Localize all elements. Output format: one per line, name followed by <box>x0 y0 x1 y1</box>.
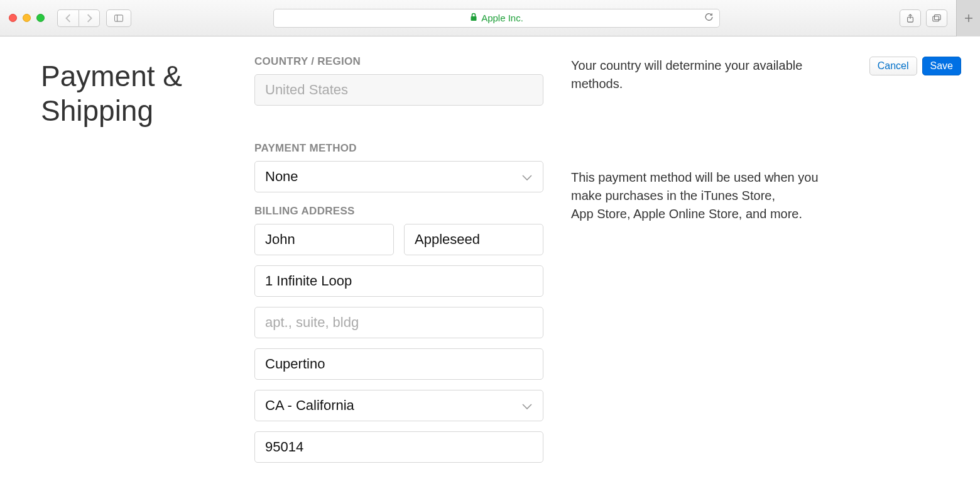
toolbar-right-group <box>900 9 947 27</box>
country-section-label: COUNTRY / REGION <box>254 55 543 68</box>
address-bar[interactable]: Apple Inc. <box>273 9 720 28</box>
chevron-down-icon <box>521 397 533 414</box>
cancel-button[interactable]: Cancel <box>869 57 917 75</box>
nav-back-forward-group <box>57 9 100 27</box>
sidebar-toggle-button[interactable] <box>106 9 131 27</box>
forward-button[interactable] <box>79 9 100 27</box>
zip-field[interactable]: 95014 <box>254 431 543 463</box>
payment-help-text: This payment method will be used when yo… <box>571 169 835 223</box>
help-column: Your country will determine your availab… <box>571 57 835 223</box>
state-select[interactable]: CA - California <box>254 390 543 421</box>
country-help-text: Your country will determine your availab… <box>571 57 835 93</box>
svg-rect-5 <box>933 16 939 21</box>
window-traffic-lights <box>9 14 45 22</box>
site-label: Apple Inc. <box>481 13 523 23</box>
chevron-down-icon <box>521 169 533 185</box>
svg-rect-0 <box>114 14 122 21</box>
country-value: United States <box>265 82 348 98</box>
svg-rect-6 <box>935 14 941 19</box>
first-name-field[interactable]: John <box>254 224 394 255</box>
payment-section-label: PAYMENT METHOD <box>254 142 543 155</box>
billing-section-label: BILLING ADDRESS <box>254 205 543 218</box>
form-column: COUNTRY / REGION United States PAYMENT M… <box>254 55 543 503</box>
browser-toolbar: Apple Inc. <box>0 0 980 36</box>
tabs-overview-button[interactable] <box>926 9 947 27</box>
share-button[interactable] <box>900 9 921 27</box>
city-field[interactable]: Cupertino <box>254 348 543 380</box>
save-button[interactable]: Save <box>922 57 961 75</box>
street-address-2-field[interactable]: apt., suite, bldg <box>254 307 543 338</box>
lock-icon <box>470 13 477 23</box>
page-title: Payment & Shipping <box>41 59 254 128</box>
country-field: United States <box>254 74 543 106</box>
left-column: Payment & Shipping <box>19 55 254 503</box>
right-column: Your country will determine your availab… <box>543 55 961 503</box>
payment-method-value: None <box>265 169 298 185</box>
last-name-field[interactable]: Appleseed <box>404 224 543 255</box>
new-tab-button[interactable] <box>956 0 980 36</box>
street-address-field[interactable]: 1 Infinite Loop <box>254 265 543 297</box>
page-content: Payment & Shipping COUNTRY / REGION Unit… <box>0 36 980 503</box>
back-button[interactable] <box>57 9 79 27</box>
minimize-window-button[interactable] <box>23 14 31 22</box>
payment-method-select[interactable]: None <box>254 161 543 192</box>
close-window-button[interactable] <box>9 14 17 22</box>
action-buttons: Cancel Save <box>869 57 961 75</box>
fullscreen-window-button[interactable] <box>36 14 45 22</box>
site-identity: Apple Inc. <box>470 13 523 23</box>
svg-rect-2 <box>471 16 477 21</box>
reload-button[interactable] <box>704 11 714 25</box>
